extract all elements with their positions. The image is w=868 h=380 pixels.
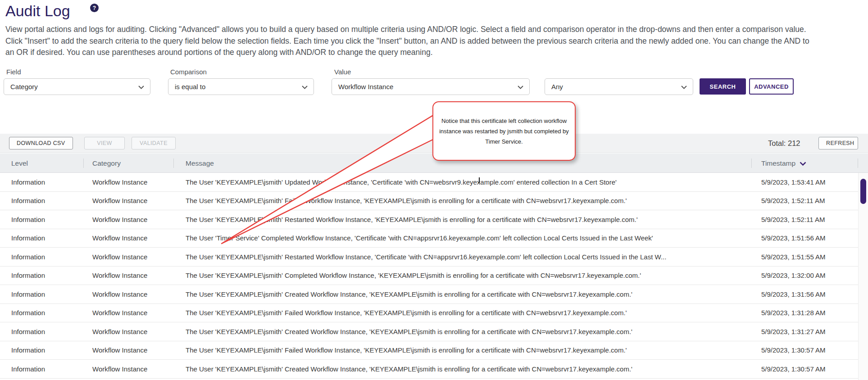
column-header-level[interactable]: Level xyxy=(0,154,83,173)
validate-button[interactable]: VALIDATE xyxy=(132,137,176,149)
category-cell: Workflow Instance xyxy=(83,328,173,335)
category-cell: Workflow Instance xyxy=(83,271,173,279)
download-csv-button[interactable]: DOWNLOAD CSV xyxy=(9,137,73,149)
level-cell: Information xyxy=(0,290,83,298)
timestamp-cell: 5/9/2023, 1:51:56 AM xyxy=(751,234,858,242)
level-cell: Information xyxy=(0,234,83,242)
column-separator xyxy=(751,158,752,168)
timestamp-cell: 5/9/2023, 1:30:57 AM xyxy=(751,365,858,373)
sub-value-select[interactable]: Any xyxy=(545,78,693,95)
field-select-value: Category xyxy=(10,83,38,90)
timestamp-cell: 5/9/2023, 1:30:57 AM xyxy=(751,346,858,354)
value-select-value: Workflow Instance xyxy=(338,83,393,90)
table-row[interactable]: Information Workflow Instance The User '… xyxy=(0,210,858,229)
level-cell: Information xyxy=(0,365,83,373)
timestamp-cell: 5/9/2023, 1:31:27 AM xyxy=(751,328,858,335)
table-row[interactable]: Information Workflow Instance The User '… xyxy=(0,285,858,304)
timestamp-cell: 5/9/2023, 1:52:11 AM xyxy=(751,216,858,223)
message-cell: The User 'Timer Service' Completed Workf… xyxy=(173,234,751,242)
message-cell: The User 'KEYEXAMPLE\jsmith' Failed Work… xyxy=(173,197,751,204)
column-separator xyxy=(173,158,174,168)
chevron-down-icon xyxy=(302,86,308,89)
timestamp-cell: 5/9/2023, 1:52:11 AM xyxy=(751,197,858,204)
search-button[interactable]: SEARCH xyxy=(700,78,746,95)
level-cell: Information xyxy=(0,346,83,354)
comparison-select-value: is equal to xyxy=(175,83,205,90)
level-cell: Information xyxy=(0,178,83,186)
table-row[interactable]: Information Workflow Instance The User '… xyxy=(0,267,858,285)
level-cell: Information xyxy=(0,271,83,279)
column-separator xyxy=(858,158,858,168)
table-row[interactable]: Information Workflow Instance The User '… xyxy=(0,248,858,267)
column-separator xyxy=(83,158,84,168)
message-cell: The User 'KEYEXAMPLE\jsmith' Created Wor… xyxy=(173,290,751,298)
column-header-category[interactable]: Category xyxy=(83,154,173,173)
comparison-select[interactable]: is equal to xyxy=(168,78,314,95)
category-cell: Workflow Instance xyxy=(83,197,173,204)
annotation-text: Notice that this certificate left collec… xyxy=(437,116,571,147)
category-cell: Workflow Instance xyxy=(83,365,173,373)
vertical-scrollbar[interactable] xyxy=(858,173,868,380)
timestamp-cell: 5/9/2023, 1:51:55 AM xyxy=(751,253,858,261)
category-cell: Workflow Instance xyxy=(83,253,173,261)
message-cell: The User 'KEYEXAMPLE\jsmith' Completed W… xyxy=(173,271,751,279)
message-cell: The User 'KEYEXAMPLE\jsmith' Failed Work… xyxy=(173,309,751,317)
table-row[interactable]: Information Workflow Instance The User '… xyxy=(0,192,858,211)
table-row[interactable]: Information Workflow Instance The User '… xyxy=(0,173,858,192)
table-body: Information Workflow Instance The User '… xyxy=(0,173,858,379)
sort-descending-icon xyxy=(800,162,806,166)
category-cell: Workflow Instance xyxy=(83,234,173,242)
text-cursor-artifact xyxy=(479,177,480,183)
chevron-down-icon xyxy=(518,86,523,89)
page-title: Audit Log xyxy=(5,2,70,20)
sub-value-select-value: Any xyxy=(551,83,563,90)
table-row[interactable]: Information Workflow Instance The User '… xyxy=(0,360,858,379)
chevron-down-icon xyxy=(681,86,687,89)
level-cell: Information xyxy=(0,253,83,261)
column-header-timestamp[interactable]: Timestamp xyxy=(751,154,858,173)
timestamp-cell: 5/9/2023, 1:53:41 AM xyxy=(751,178,858,186)
audit-log-grid: DOWNLOAD CSV VIEW VALIDATE Total: 212 RE… xyxy=(0,134,868,380)
message-cell: The User 'KEYEXAMPLE\jsmith' Failed Work… xyxy=(173,346,751,354)
table-row[interactable]: Information Workflow Instance The User '… xyxy=(0,304,858,323)
message-cell: The User 'KEYEXAMPLE\jsmith' Restarted W… xyxy=(173,253,751,261)
level-cell: Information xyxy=(0,216,83,223)
table-row[interactable]: Information Workflow Instance The User '… xyxy=(0,229,858,248)
timestamp-cell: 5/9/2023, 1:31:56 AM xyxy=(751,290,858,298)
table-row[interactable]: Information Workflow Instance The User '… xyxy=(0,322,858,341)
category-cell: Workflow Instance xyxy=(83,309,173,317)
category-cell: Workflow Instance xyxy=(83,346,173,354)
value-select[interactable]: Workflow Instance xyxy=(332,78,530,95)
refresh-button[interactable]: REFRESH xyxy=(818,137,858,149)
page-description: View portal actions and logs for auditin… xyxy=(5,24,816,59)
view-button[interactable]: VIEW xyxy=(84,137,125,149)
category-cell: Workflow Instance xyxy=(83,178,173,186)
timestamp-cell: 5/9/2023, 1:31:28 AM xyxy=(751,309,858,317)
message-cell: The User 'KEYEXAMPLE\jsmith' Updated Wor… xyxy=(173,178,751,186)
message-cell: The User 'KEYEXAMPLE\jsmith' Created Wor… xyxy=(173,365,751,373)
level-cell: Information xyxy=(0,309,83,317)
field-label: Field xyxy=(6,68,21,76)
annotation-callout: Notice that this certificate left collec… xyxy=(432,101,576,161)
level-cell: Information xyxy=(0,328,83,335)
comparison-label: Comparison xyxy=(170,68,207,76)
chevron-down-icon xyxy=(138,86,144,89)
advanced-button[interactable]: ADVANCED xyxy=(749,78,794,95)
value-label: Value xyxy=(334,68,351,76)
timestamp-cell: 5/9/2023, 1:32:00 AM xyxy=(751,271,858,279)
help-icon[interactable]: ? xyxy=(90,4,99,12)
message-cell: The User 'KEYEXAMPLE\jsmith' Created Wor… xyxy=(173,328,751,335)
table-row[interactable]: Information Workflow Instance The User '… xyxy=(0,341,858,360)
category-cell: Workflow Instance xyxy=(83,290,173,298)
scrollbar-thumb[interactable] xyxy=(860,179,866,204)
message-cell: The User 'KEYEXAMPLE\jsmith' Restarted W… xyxy=(173,216,751,223)
category-cell: Workflow Instance xyxy=(83,216,173,223)
level-cell: Information xyxy=(0,197,83,204)
total-count: Total: 212 xyxy=(768,139,800,148)
field-select[interactable]: Category xyxy=(4,78,150,95)
